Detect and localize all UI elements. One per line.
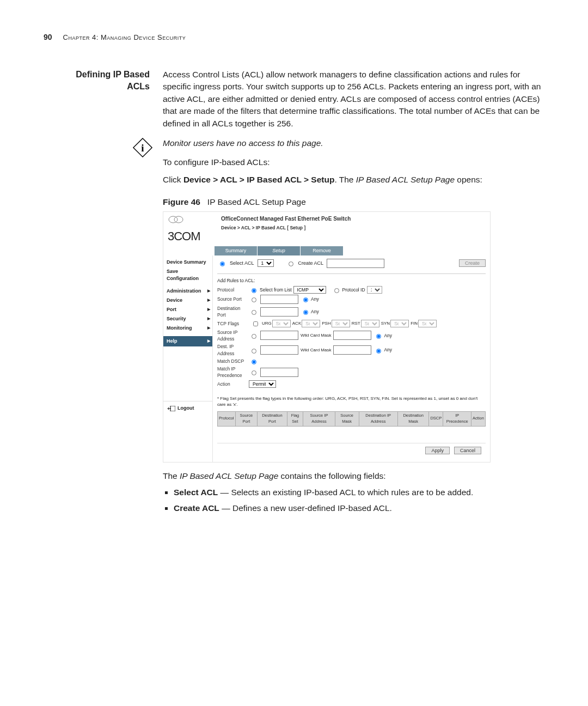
svg-rect-4 [170,406,175,411]
table-header: Flag Set [287,411,303,426]
sidebar: Device Summary Save Configuration Admini… [163,255,213,462]
tcp-flags-label: TCP Flags [217,320,249,327]
src-port-radio[interactable] [252,297,256,302]
configure-line: To configure IP-based ACLs: [163,156,323,168]
ip-prec-input[interactable] [260,368,298,377]
svg-point-2 [169,216,177,223]
nav-administration[interactable]: Administration▶ [163,287,212,296]
table-header: Destination Port [258,411,287,426]
create-acl-label: Create ACL [298,260,324,267]
fields-intro: The IP Based ACL Setup Page contains the… [163,470,544,482]
nav-security[interactable]: Security▶ [163,314,212,324]
src-ip-radio[interactable] [252,334,256,339]
flag-syn-select[interactable]: Set [390,320,409,327]
tab-summary[interactable]: Summary [215,246,258,255]
tcp-flag-urg: URGSet [262,320,291,327]
tab-setup[interactable]: Setup [258,246,301,255]
table-header: Destination IP Address [359,411,397,426]
acl-select[interactable]: 1 [258,259,274,267]
tcp-flag-rst: RSTSet [352,320,379,327]
chevron-right-icon: ▶ [207,297,210,303]
src-ip-input[interactable] [260,331,298,340]
apply-button[interactable]: Apply [425,447,450,454]
field-item: Select ACL — Selects an existing IP-base… [174,486,544,498]
tcp-flag-ack: ACKSet [292,320,320,327]
chevron-right-icon: ▶ [207,338,210,344]
any-label: Any [384,346,392,353]
dst-port-any-radio[interactable] [303,310,308,315]
product-title: OfficeConnect Managed Fast Ethernet PoE … [221,215,488,223]
dst-ip-radio[interactable] [252,349,256,354]
create-acl-input[interactable] [327,259,384,268]
flag-urg-select[interactable]: Set [272,320,291,327]
heading-line2: ACLs [44,81,150,93]
action-label: Action [217,381,249,387]
create-acl-radio[interactable] [289,261,293,266]
src-ip-label: Source IP Address [217,329,249,343]
heading-line1: Defining IP Based [44,69,150,81]
protocol-select[interactable]: ICMP [293,286,326,294]
table-header: Action [471,411,486,426]
cancel-button[interactable]: Cancel [454,447,481,454]
breadcrumb: Device > ACL > IP Based ACL [ Setup ] [221,224,488,231]
table-header: Source Port [235,411,258,426]
add-rules-label: Add Rules to ACL: [217,277,486,284]
chevron-right-icon: ▶ [207,325,210,331]
src-mask-input[interactable] [333,331,371,340]
embedded-screenshot: 3COM OfficeConnect Managed Fast Ethernet… [163,211,491,462]
select-acl-radio[interactable] [220,261,225,266]
dst-ip-any-radio[interactable] [376,349,381,354]
src-ip-any-radio[interactable] [376,334,381,339]
proto-id-radio[interactable] [334,288,339,293]
nav-monitoring[interactable]: Monitoring▶ [163,324,212,333]
chapter-label: Chapter 4: Managing Device Security [63,33,186,41]
flag-ack-select[interactable]: Set [302,320,320,327]
dst-port-input[interactable] [260,307,298,317]
match-dscp-label: Match DSCP [217,358,249,364]
dst-ip-label: Dest. IP Address [217,343,249,357]
dst-port-radio[interactable] [252,310,256,315]
table-header: IP Precedence [443,411,471,426]
dst-ip-input[interactable] [260,345,298,355]
flag-rst-select[interactable]: Set [361,320,379,327]
proto-list-radio[interactable] [252,288,256,293]
click-instruction: Click Device > ACL > IP Based ACL > Setu… [163,174,544,186]
src-port-input[interactable] [260,295,298,304]
tcp-flag-syn: SYNSet [381,320,409,327]
create-button[interactable]: Create [459,259,486,267]
tcp-flag-fin: FINSet [411,320,437,327]
table-header: Source Mask [335,411,359,426]
logout-icon [168,406,175,411]
info-icon: i [132,137,153,158]
src-port-any-radio[interactable] [303,297,308,302]
nav-save-config[interactable]: Save Configuration [163,267,212,283]
logout-link[interactable]: Logout [163,401,212,415]
select-acl-label: Select ACL [230,260,254,267]
dst-mask-input[interactable] [333,345,371,355]
rules-table: ProtocolSource PortDestination PortFlag … [217,411,486,427]
table-header: Source IP Address [303,411,335,426]
action-select[interactable]: Permit [249,380,276,388]
tcp-flags-check[interactable] [253,321,258,326]
flag-psh-select[interactable]: Set [332,320,350,327]
flag-fin-select[interactable]: Set [418,320,437,327]
protocol-label: Protocol [217,287,249,293]
nav-device-summary[interactable]: Device Summary [163,258,212,267]
tab-remove[interactable]: Remove [301,246,344,255]
wildcard-label: Wild Card Mask [301,332,331,339]
table-header: Protocol [218,411,236,426]
any-label: Any [384,332,392,339]
table-header: Destination Mask [397,411,429,426]
match-ip-prec-radio[interactable] [252,370,256,375]
protocol-id-select[interactable]: 1 [367,286,382,294]
svg-point-3 [174,216,183,223]
monitor-note: Monitor users have no access to this pag… [163,137,323,149]
match-dscp-radio[interactable] [252,360,256,364]
nav-device[interactable]: Device▶ [163,296,212,305]
table-header: DSCP [429,411,443,426]
logo-text: 3COM [168,228,217,245]
tcp-flag-psh: PSHSet [322,320,350,327]
nav-help[interactable]: Help▶ [163,336,212,346]
any-label: Any [311,308,319,315]
nav-port[interactable]: Port▶ [163,305,212,314]
